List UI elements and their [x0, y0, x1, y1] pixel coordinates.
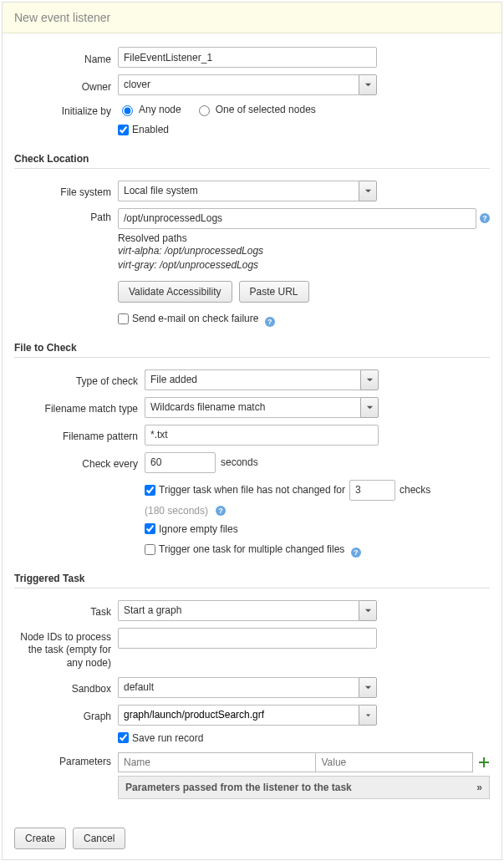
name-input[interactable] [118, 47, 377, 68]
chevron-down-icon [364, 187, 372, 195]
filename-pattern-input[interactable] [145, 425, 379, 446]
radio-any-node-input[interactable] [122, 105, 133, 116]
radio-any-node[interactable]: Any node [118, 103, 181, 116]
label-graph: Graph [14, 707, 118, 722]
graph-picker-toggle[interactable] [359, 705, 377, 726]
save-run-record-checkbox-input[interactable] [118, 732, 129, 743]
send-email-checkbox-input[interactable] [118, 313, 129, 324]
label-path: Path [14, 208, 118, 223]
type-of-check-toggle[interactable] [360, 369, 379, 390]
radio-one-of-selected-input[interactable] [199, 105, 210, 116]
label-name: Name [14, 50, 118, 65]
enabled-checkbox-input[interactable] [118, 125, 129, 135]
resolved-paths-label: Resolved paths [118, 232, 490, 244]
cancel-button[interactable]: Cancel [73, 828, 125, 849]
label-check-every: Check every [14, 455, 145, 470]
panel-header: New event listener [3, 3, 501, 33]
chevron-down-icon [364, 81, 372, 89]
caret-down-icon [364, 711, 372, 719]
add-param-button[interactable] [478, 756, 490, 768]
section-triggered-task: Triggered Task [14, 573, 490, 584]
create-button[interactable]: Create [14, 828, 66, 849]
owner-select-toggle[interactable] [359, 74, 377, 95]
ignore-empty-checkbox[interactable]: Ignore empty files [145, 523, 238, 535]
radio-one-of-selected[interactable]: One of selected nodes [195, 103, 316, 116]
filename-match-type-select[interactable]: Wildcards filename match [145, 397, 360, 418]
validate-accessibility-button[interactable]: Validate Accessibility [118, 281, 232, 303]
owner-select[interactable]: clover [118, 74, 359, 95]
section-rule [14, 357, 490, 358]
label-initialize-by: Initialize by [14, 102, 118, 117]
file-system-select[interactable]: Local file system [118, 181, 359, 201]
label-filename-pattern: Filename pattern [14, 427, 145, 442]
checks-hint: (180 seconds) [145, 505, 208, 517]
label-parameters: Parameters [14, 752, 118, 767]
sandbox-select[interactable]: default [118, 677, 359, 698]
chevron-down-icon [366, 404, 374, 411]
file-system-select-toggle[interactable] [359, 181, 377, 201]
trigger-not-changed-checkbox[interactable]: Trigger task when file has not changed f… [145, 484, 345, 496]
help-icon[interactable]: ? [265, 317, 275, 327]
section-file-to-check: File to Check [14, 342, 490, 354]
panel-title: New event listener [14, 11, 110, 24]
label-file-system: File system [14, 183, 118, 198]
sandbox-select-toggle[interactable] [359, 677, 377, 698]
trigger-one-task-checkbox[interactable]: Trigger one task for multiple changed fi… [145, 543, 344, 555]
chevron-down-icon [366, 376, 374, 384]
label-filename-match-type: Filename match type [14, 400, 145, 415]
section-rule [14, 168, 490, 169]
trigger-one-task-checkbox-input[interactable] [145, 544, 155, 555]
help-icon[interactable]: ? [216, 506, 226, 516]
label-type-of-check: Type of check [14, 372, 145, 387]
node-ids-input[interactable] [118, 628, 377, 649]
plus-icon [479, 757, 489, 767]
label-task: Task [14, 603, 118, 618]
checks-suffix: checks [400, 484, 430, 496]
section-check-location: Check Location [14, 153, 490, 165]
type-of-check-select[interactable]: File added [145, 369, 360, 390]
save-run-record-checkbox[interactable]: Save run record [118, 732, 203, 744]
send-email-checkbox[interactable]: Send e-mail on check failure [118, 313, 258, 324]
label-node-ids: Node IDs to process the task (empty for … [14, 628, 118, 670]
resolved-path-1: virt-alpha: /opt/unprocessedLogs [118, 244, 490, 258]
paste-url-button[interactable]: Paste URL [239, 281, 309, 303]
help-icon[interactable]: ? [351, 548, 361, 558]
ignore-empty-checkbox-input[interactable] [145, 523, 155, 534]
check-every-input[interactable] [145, 452, 216, 473]
params-passed-bar[interactable]: Parameters passed from the listener to t… [118, 776, 490, 799]
param-value-input[interactable] [315, 752, 473, 772]
graph-input[interactable] [118, 705, 359, 726]
seconds-label: seconds [221, 456, 258, 468]
help-icon[interactable]: ? [480, 213, 490, 223]
checks-count-input[interactable] [349, 480, 395, 501]
task-select[interactable]: Start a graph [118, 600, 359, 621]
filename-match-type-toggle[interactable] [360, 397, 379, 418]
path-input[interactable] [118, 208, 476, 229]
section-rule [14, 588, 490, 588]
label-sandbox: Sandbox [14, 680, 118, 695]
enabled-checkbox[interactable]: Enabled [118, 124, 169, 135]
chevron-down-icon [364, 684, 372, 691]
param-name-input[interactable] [118, 752, 315, 772]
trigger-not-changed-checkbox-input[interactable] [145, 485, 155, 496]
label-owner: Owner [14, 78, 118, 93]
expand-icon: » [476, 782, 482, 793]
task-select-toggle[interactable] [359, 600, 377, 621]
chevron-down-icon [364, 607, 372, 614]
resolved-path-2: virt-gray: /opt/unprocessedLogs [118, 258, 490, 273]
